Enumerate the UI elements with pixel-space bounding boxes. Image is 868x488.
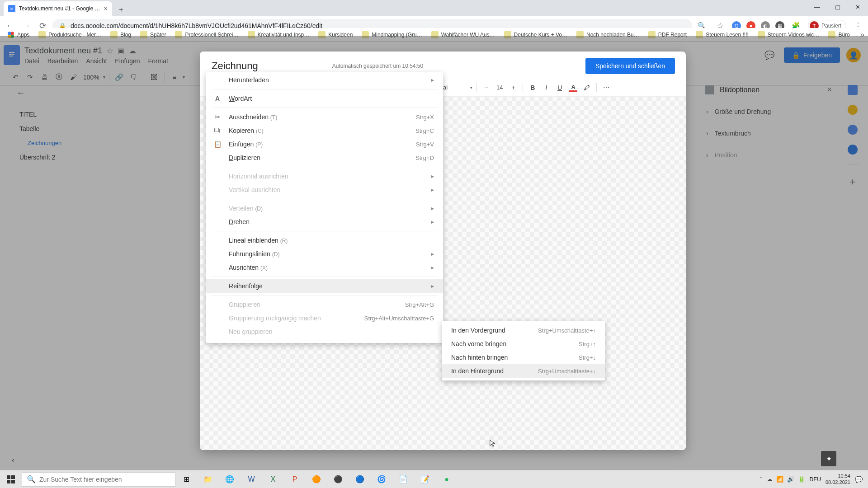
separator — [212, 199, 438, 199]
submenu-nach-vorne[interactable]: Nach vorne bringen Strg+↑ — [442, 337, 605, 351]
notes-icon[interactable]: 📝 — [414, 470, 436, 488]
paste-icon: 📋 — [212, 141, 222, 148]
app-icon[interactable]: 🟠 — [306, 470, 327, 488]
dialog-title: Zeichnung — [212, 60, 258, 72]
menu-verteilen: Verteilen (D) ▸ — [206, 202, 443, 215]
excel-icon[interactable]: X — [262, 470, 284, 488]
menu-vertikal: Vertikal ausrichten ▸ — [206, 183, 443, 197]
menu-ausschneiden[interactable]: ✂ Ausschneiden (T) Strg+X — [206, 110, 443, 124]
chevron-right-icon: ▸ — [431, 251, 434, 257]
menu-reihenfolge[interactable]: Reihenfolge ▸ — [206, 279, 443, 293]
search-placeholder: Zur Suche Text hier eingeben — [39, 476, 122, 483]
save-close-button[interactable]: Speichern und schließen — [585, 58, 675, 74]
system-tray: ˄ ☁ 📶 🔊 🔋 DEU 10:54 08.02.2021 💬 — [760, 473, 868, 485]
underline-icon[interactable]: U — [554, 82, 566, 94]
more-icon[interactable]: ⋯ — [600, 82, 612, 94]
menu-gruppierung-ruck: Gruppierung rückgängig machen Strg+Alt+U… — [206, 311, 443, 325]
chevron-right-icon: ▸ — [431, 187, 434, 193]
font-dec-icon[interactable]: − — [480, 82, 492, 94]
menu-lineal[interactable]: Lineal einblenden (R) — [206, 234, 443, 247]
text-color-icon[interactable]: A — [567, 82, 579, 94]
notifications-icon[interactable]: 💬 — [855, 476, 863, 483]
chevron-right-icon: ▸ — [431, 173, 434, 179]
submenu-vordergrund[interactable]: In den Vordergrund Strg+Umschalttaste+↑ — [442, 324, 605, 337]
menu-ausrichten[interactable]: Ausrichten (X) ▸ — [206, 261, 443, 274]
tab-title: Textdokument neu #1 - Google … — [19, 5, 100, 12]
explorer-icon[interactable]: 📁 — [197, 470, 219, 488]
volume-icon[interactable]: 🔊 — [787, 476, 794, 483]
reader-icon[interactable]: 📄 — [392, 470, 414, 488]
wordart-icon: A — [212, 95, 222, 102]
word-icon[interactable]: W — [241, 470, 262, 488]
close-window-button[interactable]: ✕ — [848, 0, 868, 14]
new-tab-button[interactable]: ＋ — [115, 3, 127, 16]
menu-fuhrungslinien[interactable]: Führungslinien (D) ▸ — [206, 247, 443, 261]
tray-chevron-icon[interactable]: ˄ — [760, 476, 762, 483]
maximize-button[interactable]: ▢ — [827, 0, 848, 14]
bold-icon[interactable]: B — [527, 82, 538, 94]
menu-kopieren[interactable]: ⿻ Kopieren (C) Strg+C — [206, 124, 443, 137]
menu-herunterladen[interactable]: Herunterladen ▸ — [206, 73, 443, 87]
submenu-hintergrund[interactable]: In den Hintergrund Strg+Umschalttaste+↓ — [442, 364, 605, 378]
separator — [212, 295, 438, 296]
menu-neu-gruppieren: Neu gruppieren — [206, 325, 443, 338]
submenu-nach-hinten[interactable]: Nach hinten bringen Strg+↓ — [442, 351, 605, 364]
task-view-icon[interactable]: ⊞ — [175, 470, 197, 488]
chevron-right-icon: ▸ — [431, 77, 434, 83]
cursor-icon — [489, 439, 497, 447]
highlight-icon[interactable]: 🖍 — [581, 82, 593, 94]
edge-icon[interactable]: 🌐 — [219, 470, 241, 488]
menu-drehen[interactable]: Drehen ▸ — [206, 215, 443, 229]
minimize-button[interactable]: — — [807, 0, 827, 14]
separator — [212, 108, 438, 108]
close-icon[interactable]: × — [104, 5, 108, 12]
battery-icon[interactable]: 🔋 — [798, 476, 805, 483]
tab-strip: ≡ Textdokument neu #1 - Google … × ＋ — ▢… — [0, 0, 868, 16]
copy-icon: ⿻ — [212, 127, 222, 134]
taskbar: 🔍 Zur Suche Text hier eingeben ⊞ 📁 🌐 W X… — [0, 470, 868, 488]
language-indicator[interactable]: DEU — [810, 476, 821, 483]
menu-wordart[interactable]: A WordArt — [206, 92, 443, 105]
autosave-text: Automatisch gespeichert um 10:54:50 — [332, 63, 423, 69]
onedrive-icon[interactable]: ☁ — [767, 476, 773, 483]
drawing-dialog: Zeichnung Automatisch gespeichert um 10:… — [200, 52, 686, 450]
menu-gruppieren: Gruppieren Strg+Alt+G — [206, 298, 443, 311]
edge2-icon[interactable]: 🌀 — [371, 470, 392, 488]
separator — [212, 89, 438, 89]
italic-icon[interactable]: I — [540, 82, 552, 94]
cut-icon: ✂ — [212, 113, 222, 121]
start-button[interactable] — [0, 470, 22, 488]
chevron-right-icon: ▸ — [431, 205, 434, 211]
separator — [212, 231, 438, 231]
docs-favicon: ≡ — [8, 5, 15, 12]
search-icon: 🔍 — [27, 475, 36, 483]
explore-button[interactable]: ✦ — [821, 451, 836, 466]
menu-einfugen[interactable]: 📋 Einfügen (P) Strg+V — [206, 137, 443, 151]
menu-horizontal: Horizontal ausrichten ▸ — [206, 169, 443, 183]
font-inc-icon[interactable]: + — [507, 82, 519, 94]
window-controls: — ▢ ✕ — [807, 0, 868, 14]
wifi-icon[interactable]: 📶 — [776, 476, 783, 483]
taskbar-search[interactable]: 🔍 Zur Suche Text hier eingeben — [22, 472, 175, 487]
obs-icon[interactable]: ⚫ — [327, 470, 349, 488]
chevron-right-icon: ▸ — [431, 283, 434, 289]
separator — [212, 277, 438, 277]
browser-tab[interactable]: ≡ Textdokument neu #1 - Google … × — [4, 1, 112, 16]
clock[interactable]: 10:54 08.02.2021 — [826, 473, 850, 485]
spotify-icon[interactable]: ● — [436, 470, 458, 488]
windows-logo-icon — [7, 475, 15, 483]
aktionen-menu: Herunterladen ▸ A WordArt ✂ Ausschneiden… — [206, 72, 443, 343]
chevron-right-icon: ▸ — [431, 219, 434, 225]
chevron-right-icon: ▸ — [431, 264, 434, 271]
reihenfolge-submenu: In den Vordergrund Strg+Umschalttaste+↑ … — [442, 321, 605, 380]
powerpoint-icon[interactable]: P — [284, 470, 306, 488]
menu-duplizieren[interactable]: Duplizieren Strg+D — [206, 151, 443, 164]
chrome-icon[interactable]: 🔵 — [349, 470, 371, 488]
separator — [212, 167, 438, 167]
taskbar-icons: ⊞ 📁 🌐 W X P 🟠 ⚫ 🔵 🌀 📄 📝 ● — [175, 470, 458, 488]
font-size-input[interactable]: 14 — [494, 84, 505, 91]
